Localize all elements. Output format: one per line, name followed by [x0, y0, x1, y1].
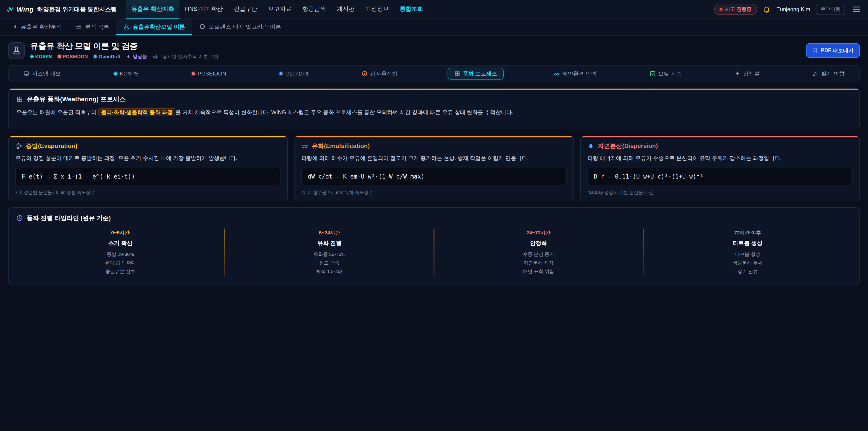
badge-poseidon: POSEIDON: [58, 54, 88, 59]
sub-tabbar: 유출유 확산분석 분석 목록 유출유확산모델 이론 오일펜스 배치 알고리즘 이…: [0, 19, 868, 36]
grid-icon: [454, 71, 460, 76]
tab-oil-fence-algorithm-theory[interactable]: 오일펜스 배치 알고리즘 이론: [192, 19, 288, 35]
tab-spill-analysis[interactable]: 유출유 확산분석: [4, 19, 69, 35]
diamond-icon: [30, 54, 34, 59]
incident-status-badge[interactable]: 사고 진행중: [714, 4, 757, 15]
flask-icon: [12, 46, 21, 55]
timeline-stage-tarball: 72시간 이후 타르볼 생성 타르볼 형성 생물분해 우세 장기 잔류: [644, 228, 852, 276]
user-name[interactable]: Eunjeong Kim: [776, 6, 810, 12]
badge-ensemble: 앙상블: [126, 53, 147, 60]
formula-footnote: Mackay 경험식 기반 분산율 계산: [587, 189, 852, 195]
card-evaporation: 증발(Evaporation) 유류의 경질 성분이 대기로 증발하는 과정. …: [8, 135, 288, 202]
section-tab-model-validation[interactable]: 모델 검증: [647, 68, 685, 80]
top-navbar: Wing 해양환경 위기대응 통합시스템 유출유 확산예측 HNS·대기확산 긴…: [0, 0, 868, 19]
wing-logo-icon: [6, 5, 14, 13]
weathering-timeline-panel: 풍화 진행 타임라인 (원유 기준) 0~6시간 초기 확산 증발 20-30%…: [8, 207, 860, 285]
section-tab-kosps[interactable]: KOSPS: [111, 68, 142, 79]
card-title: 자연분산(Dispersion): [587, 142, 852, 150]
dot-icon: [279, 72, 283, 75]
nav-item-reports[interactable]: 보고자료: [263, 0, 297, 19]
pdf-export-button[interactable]: PDF 내보내기: [806, 43, 860, 58]
monitor-icon: [24, 71, 29, 76]
stage-items: 증발 20-30% 유막 급속 확대 중질유분 잔류: [21, 250, 220, 276]
section-tab-poseidon[interactable]: POSEIDON: [188, 68, 229, 79]
tab-analysis-list[interactable]: 분석 목록: [69, 19, 116, 35]
nav-item-hns-atmospheric[interactable]: HNS·대기확산: [180, 0, 228, 19]
card-description: 파랑 에너지에 의해 유류가 수중으로 분산되어 유막 두께가 감소하는 과정입…: [587, 154, 852, 162]
tab-label: 분석 목록: [85, 23, 109, 31]
tab-diffusion-model-theory[interactable]: 유출유확산모델 이론: [116, 19, 192, 35]
timeline-title: 풍화 진행 타임라인 (원유 기준): [16, 214, 852, 222]
stage-name: 유화 진행: [230, 239, 429, 247]
check-square-icon: [650, 71, 655, 76]
system-title: 해양환경 위기대응 통합시스템: [37, 0, 117, 19]
stage-time: 6~24시간: [230, 229, 429, 236]
tab-label: 유출유 확산분석: [21, 23, 62, 31]
formula-box: D_r = 0.11·(U_w+U_c)²·(1+U_w)⁻¹: [587, 168, 852, 185]
card-description: 유류의 경질 성분이 대기로 증발하는 과정. 유출 초기 수시간 내에 가장 …: [16, 154, 281, 162]
nav-item-aerial-search[interactable]: 항공탐색: [297, 0, 331, 19]
document-icon: [812, 48, 818, 54]
badge-kosps: KOSPS: [30, 54, 52, 59]
wave-icon: [554, 71, 560, 76]
weathering-description: 유출유는 해면에 유출된 직후부터 물리·화학·생물학적 풍화 과정을 거쳐 지…: [16, 108, 852, 117]
timeline-grid: 0~6시간 초기 확산 증발 20-30% 유막 급속 확대 중질유분 잔류 6…: [16, 228, 852, 276]
formula-footnote: W_c: 함수율 / K_em: 유화 속도상수: [301, 189, 566, 195]
nav-item-board[interactable]: 게시판: [331, 0, 360, 19]
bolt-icon: [735, 71, 741, 76]
nav-item-weather-info[interactable]: 기상정보: [360, 0, 394, 19]
diamond-icon: [113, 71, 118, 76]
page-title: 유출유 확산 모델 이론 및 검증: [30, 41, 219, 51]
page-subtitle: 라그랑지안 입자추적 이론 기반: [153, 53, 219, 60]
stage-time: 24~72시간: [439, 229, 638, 236]
notification-bell-button[interactable]: [763, 5, 771, 13]
weathering-highlight: 물리·화학·생물학적 풍화 과정: [98, 108, 176, 116]
droplet-icon: [587, 143, 594, 149]
badge-opendrift: OpenDrift: [94, 54, 121, 59]
formula-box: F_e(t) = Σ x_i·(1 - e^(-k_ei·t)): [16, 168, 281, 185]
section-tab-future-direction[interactable]: 발전 방향: [809, 68, 848, 80]
logout-button[interactable]: 로그아웃: [816, 4, 845, 15]
tab-label: 오일펜스 배치 알고리즘 이론: [209, 23, 281, 31]
hamburger-menu-icon[interactable]: [851, 5, 862, 14]
clock-icon: [16, 215, 23, 221]
wind-icon: [16, 143, 22, 149]
weathering-intro-panel: 유출유 풍화(Weathering) 프로세스 유출유는 해면에 유출된 직후부…: [8, 88, 860, 129]
stage-time: 72시간 이후: [648, 229, 847, 236]
grid-icon: [16, 96, 23, 102]
model-badges: KOSPS POSEIDON OpenDrift 앙상블 라그랑지안 입자추: [30, 53, 219, 60]
stage-name: 안정화: [439, 239, 638, 247]
formula-box: dW_c/dt = K_em·U_w²·(1-W_c/W_max): [301, 168, 566, 185]
card-description: 파랑에 의해 해수가 유류에 혼입되어 점도가 크게 증가하는 현상. 방제 작…: [301, 154, 566, 162]
card-emulsification: 유화(Emulsification) 파랑에 의해 해수가 유류에 혼입되어 점…: [294, 135, 574, 202]
timeline-stage-emulsification: 6~24시간 유화 진행 유화율 50-70% 점도 급증 체적 1.5-4배: [225, 228, 434, 276]
stage-name: 타르볼 생성: [648, 239, 847, 247]
chart-icon: [11, 24, 18, 30]
timeline-stage-stabilization: 24~72시간 안정화 수중 분산 증가 자연분해 시작 해안 표착 위험: [434, 228, 643, 276]
section-tab-opendrift[interactable]: OpenDrift: [276, 68, 312, 79]
dot-icon: [192, 72, 195, 75]
nav-item-integrated-search[interactable]: 통합조회: [394, 0, 429, 19]
section-tab-ocean-env-input[interactable]: 해양환경 입력: [551, 68, 600, 80]
process-cards: 증발(Evaporation) 유류의 경질 성분이 대기로 증발하는 과정. …: [8, 135, 860, 202]
stage-items: 수중 분산 증가 자연분해 시작 해안 표착 위험: [439, 250, 638, 276]
nav-item-emergency-rescue[interactable]: 긴급구난: [228, 0, 263, 19]
incident-dot-icon: [720, 8, 722, 11]
section-tab-weathering-process[interactable]: 풍화 프로세스: [447, 68, 504, 80]
section-tab-system-overview[interactable]: 시스템 개요: [20, 68, 64, 80]
timeline-stage-initial-spread: 0~6시간 초기 확산 증발 20-30% 유막 급속 확대 중질유분 잔류: [16, 228, 224, 276]
section-tabbar: 시스템 개요 KOSPS POSEIDON OpenDrift 입자추적법 풍화…: [8, 65, 860, 82]
card-dispersion: 자연분산(Dispersion) 파랑 에너지에 의해 유류가 수중으로 분산되…: [580, 135, 860, 202]
nav-item-oil-spill-prediction[interactable]: 유출유 확산예측: [126, 0, 180, 19]
bolt-icon: [126, 54, 131, 59]
section-tab-ensemble[interactable]: 앙상블: [732, 68, 763, 80]
list-icon: [75, 24, 82, 30]
app-logo[interactable]: Wing: [6, 0, 34, 19]
section-tab-particle-tracking[interactable]: 입자추적법: [359, 68, 401, 80]
app-root: Wing 해양환경 위기대응 통합시스템 유출유 확산예측 HNS·대기확산 긴…: [0, 0, 868, 431]
stage-time: 0~6시간: [21, 229, 220, 236]
formula-footnote: x_i: 성분별 몰분율 / k_ei: 증발 속도상수: [16, 189, 281, 195]
tab-label: 유출유확산모델 이론: [133, 23, 185, 31]
rocket-icon: [813, 71, 818, 76]
ring-icon: [199, 24, 206, 30]
